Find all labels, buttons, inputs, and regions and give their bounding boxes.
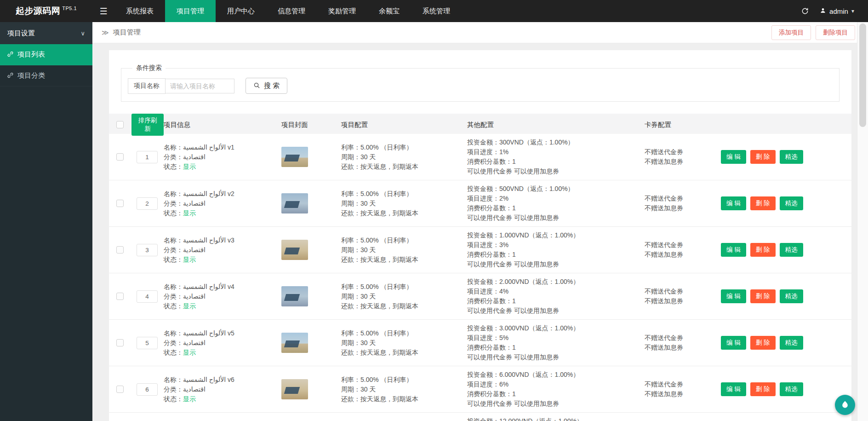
app-logo-version: TP5.1 xyxy=(62,6,77,11)
sort-order-input[interactable] xyxy=(137,244,158,256)
no-voucher-note: 不赠送代金券 xyxy=(645,240,719,250)
progress-value: 3% xyxy=(499,241,508,248)
select-all-checkbox[interactable] xyxy=(116,121,124,128)
top-menu-item-6[interactable]: 余额宝 xyxy=(367,0,411,22)
period-value: 30 天 xyxy=(360,246,376,254)
sort-order-input[interactable] xyxy=(137,337,158,349)
featured-button[interactable]: 精选 xyxy=(780,289,803,303)
status-toggle[interactable]: 显示 xyxy=(183,395,196,403)
sort-order-input[interactable] xyxy=(137,197,158,210)
no-interest-coupon-note: 不赠送加息券 xyxy=(645,389,719,399)
rate-value: 5.00% （日利率） xyxy=(360,236,413,244)
sidebar-group-project-settings[interactable]: 项目设置 ∨ xyxy=(0,22,92,44)
points-value: 1 xyxy=(512,297,516,305)
progress-label: 项目进度： xyxy=(467,381,499,388)
project-category: اقتصادية xyxy=(183,386,206,393)
repay-label: 还款： xyxy=(341,349,360,356)
coupon-usage-note: 可以使用代金券 可以使用加息券 xyxy=(467,399,645,409)
invest-value: 12.000VND（返点：1.00%） xyxy=(499,417,583,421)
project-name: الألواح الشمسية v1 xyxy=(183,144,234,151)
delete-project-button[interactable]: 删除项目 xyxy=(816,25,855,40)
edit-button[interactable]: 编 辑 xyxy=(721,289,746,303)
user-icon xyxy=(820,7,826,15)
delete-button[interactable]: 删 除 xyxy=(750,150,776,164)
edit-button[interactable]: 编 辑 xyxy=(721,243,746,257)
name-label: 名称： xyxy=(164,144,183,151)
table-header-row: 排序刷新 项目信息 项目封面 项目配置 其他配置 卡券配置 xyxy=(109,114,851,134)
content-area: 条件搜索 项目名称 搜 索 xyxy=(92,43,868,421)
delete-button[interactable]: 删 除 xyxy=(750,382,776,396)
status-toggle[interactable]: 显示 xyxy=(183,302,196,310)
top-menu-item-2[interactable]: 项目管理 xyxy=(165,0,216,22)
delete-button[interactable]: 删 除 xyxy=(750,243,776,257)
featured-button[interactable]: 精选 xyxy=(780,150,803,164)
search-button[interactable]: 搜 索 xyxy=(246,78,287,94)
sidebar-item-project-category[interactable]: 项目分类 xyxy=(0,65,92,87)
row-checkbox[interactable] xyxy=(116,339,124,346)
status-toggle[interactable]: 显示 xyxy=(183,163,196,170)
search-icon xyxy=(253,82,260,90)
user-menu[interactable]: admin ▾ xyxy=(820,7,854,15)
repay-value: 按天返息，到期返本 xyxy=(360,395,418,403)
status-toggle[interactable]: 显示 xyxy=(183,256,196,263)
header-project-cover: 项目封面 xyxy=(281,121,341,129)
row-checkbox[interactable] xyxy=(116,153,124,161)
add-project-button[interactable]: 添加项目 xyxy=(771,25,811,40)
edit-button[interactable]: 编 辑 xyxy=(721,150,746,164)
progress-value: 6% xyxy=(499,381,508,388)
edit-button[interactable]: 编 辑 xyxy=(721,336,746,350)
app-logo-title: 起步源码网 xyxy=(16,5,61,17)
delete-button[interactable]: 删 除 xyxy=(750,196,776,210)
points-value: 1 xyxy=(512,390,516,398)
period-value: 30 天 xyxy=(360,339,376,346)
project-cover-image xyxy=(281,379,308,399)
featured-button[interactable]: 精选 xyxy=(780,336,803,350)
scrollbar[interactable] xyxy=(857,22,868,421)
featured-button[interactable]: 精选 xyxy=(780,243,803,257)
invest-value: 1.000VND（返点：1.00%） xyxy=(499,231,579,239)
delete-button[interactable]: 删 除 xyxy=(750,289,776,303)
status-label: 状态： xyxy=(164,163,183,170)
status-toggle[interactable]: 显示 xyxy=(183,209,196,217)
name-label: 名称： xyxy=(164,329,183,337)
refresh-icon[interactable] xyxy=(801,7,809,15)
featured-button[interactable]: 精选 xyxy=(780,196,803,210)
top-menu-item-4[interactable]: 信息管理 xyxy=(266,0,317,22)
sidebar-toggle-icon[interactable]: ☰ xyxy=(92,0,114,22)
sort-refresh-button[interactable]: 排序刷新 xyxy=(131,114,164,136)
name-label: 名称： xyxy=(164,236,183,244)
status-toggle[interactable]: 显示 xyxy=(183,349,196,356)
row-checkbox[interactable] xyxy=(116,246,124,254)
row-checkbox[interactable] xyxy=(116,200,124,207)
featured-button[interactable]: 精选 xyxy=(780,382,803,396)
project-category: اقتصادية xyxy=(183,339,206,346)
edit-button[interactable]: 编 辑 xyxy=(721,382,746,396)
row-checkbox[interactable] xyxy=(116,386,124,393)
period-label: 周期： xyxy=(341,246,360,254)
project-cover-image xyxy=(281,240,308,260)
top-menu-item-1[interactable]: 系统报表 xyxy=(114,0,165,22)
project-name-input[interactable] xyxy=(166,79,234,93)
repay-value: 按天返息，到期返本 xyxy=(360,209,418,217)
sidebar-item-project-list[interactable]: 项目列表 xyxy=(0,44,92,65)
search-button-label: 搜 索 xyxy=(264,81,280,90)
top-menu-item-7[interactable]: 系统管理 xyxy=(411,0,462,22)
invest-value: 500VND（返点：1.00%） xyxy=(499,185,574,192)
status-label: 状态： xyxy=(164,302,183,310)
table-row: 名称：الألواح الشمسية v6 分类：اقتصادية 状态：显示 … xyxy=(109,366,851,413)
edit-button[interactable]: 编 辑 xyxy=(721,196,746,210)
main-content: ≫ 项目管理 添加项目 删除项目 条件搜索 项目名称 xyxy=(92,22,868,421)
scrollbar-thumb[interactable] xyxy=(859,23,866,127)
row-checkbox[interactable] xyxy=(116,293,124,300)
project-name: الألواح الشمسية v5 xyxy=(183,329,234,337)
progress-label: 项目进度： xyxy=(467,288,499,295)
delete-button[interactable]: 删 除 xyxy=(750,336,776,350)
top-menu-item-5[interactable]: 奖励管理 xyxy=(317,0,367,22)
caret-down-icon: ▾ xyxy=(851,8,854,14)
sort-order-input[interactable] xyxy=(137,383,158,396)
sort-order-input[interactable] xyxy=(137,290,158,303)
floating-action-button[interactable] xyxy=(835,395,855,415)
top-menu-item-3[interactable]: 用户中心 xyxy=(216,0,266,22)
no-voucher-note: 不赠送代金券 xyxy=(645,287,719,296)
sort-order-input[interactable] xyxy=(137,151,158,163)
